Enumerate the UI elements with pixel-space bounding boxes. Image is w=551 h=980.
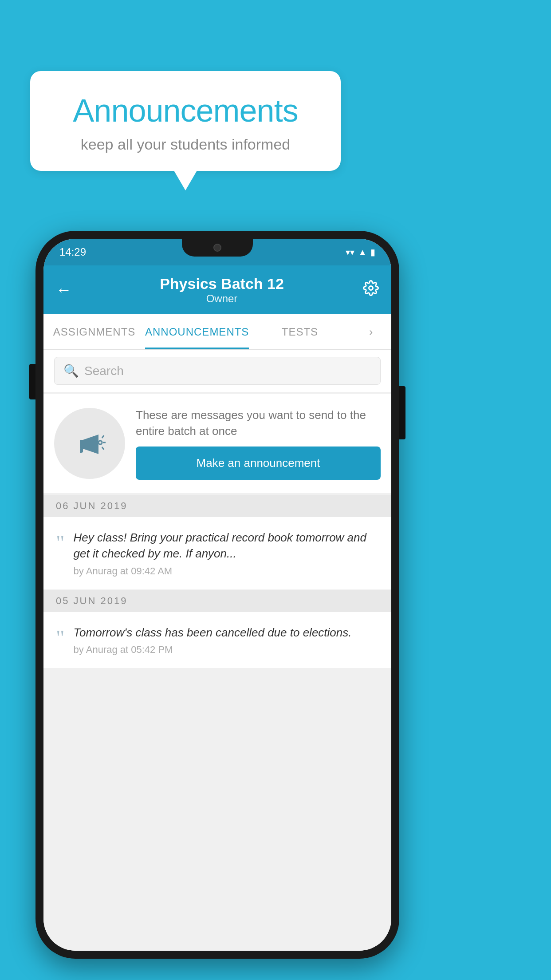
promo-right: These are messages you want to send to t… (136, 407, 381, 480)
signal-icon: ▲ (358, 247, 367, 257)
announcement-meta-2: by Anurag at 05:42 PM (74, 644, 379, 656)
search-container: 🔍 Search (43, 350, 391, 392)
app-bar-title: Physics Batch 12 (81, 275, 363, 292)
announcement-text-2: Tomorrow's class has been cancelled due … (74, 624, 379, 640)
date-separator-1: 06 JUN 2019 (43, 495, 391, 517)
scrollable-content: 🔍 Search (43, 350, 391, 951)
svg-line-5 (102, 447, 104, 450)
svg-point-2 (98, 441, 102, 444)
battery-icon: ▮ (370, 247, 375, 257)
megaphone-icon (72, 426, 107, 461)
promo-icon-circle (54, 408, 125, 479)
phone-screen: 14:29 ▾▾ ▲ ▮ ← Physics Batch 12 Owner (43, 239, 391, 951)
back-button[interactable]: ← (56, 281, 72, 299)
announcement-item-1[interactable]: " Hey class! Bring your practical record… (43, 517, 391, 590)
status-bar: 14:29 ▾▾ ▲ ▮ (43, 239, 391, 265)
phone-outer: 14:29 ▾▾ ▲ ▮ ← Physics Batch 12 Owner (35, 231, 399, 959)
announcement-text-container-2: Tomorrow's class has been cancelled due … (74, 624, 379, 656)
announcement-meta-1: by Anurag at 09:42 AM (74, 565, 379, 577)
settings-icon[interactable] (363, 280, 379, 300)
notch (182, 239, 253, 257)
bubble-subtitle: keep all your students informed (48, 136, 323, 153)
app-bar-subtitle: Owner (81, 292, 363, 305)
quote-icon-1: " (56, 530, 65, 553)
promo-description: These are messages you want to send to t… (136, 407, 381, 439)
search-icon: 🔍 (63, 364, 79, 378)
camera-notch (213, 244, 221, 252)
svg-line-3 (102, 435, 104, 438)
app-bar: ← Physics Batch 12 Owner (43, 265, 391, 314)
make-announcement-button[interactable]: Make an announcement (136, 447, 381, 480)
search-bar[interactable]: 🔍 Search (54, 357, 381, 385)
search-placeholder: Search (84, 364, 124, 378)
announcement-promo: These are messages you want to send to t… (43, 394, 391, 493)
app-bar-title-container: Physics Batch 12 Owner (81, 275, 363, 305)
speech-bubble: Announcements keep all your students inf… (30, 71, 341, 171)
quote-icon-2: " (56, 624, 65, 648)
announcement-item-2[interactable]: " Tomorrow's class has been cancelled du… (43, 612, 391, 668)
wifi-icon: ▾▾ (346, 247, 354, 257)
status-icons: ▾▾ ▲ ▮ (346, 247, 375, 257)
phone-mockup: 14:29 ▾▾ ▲ ▮ ← Physics Batch 12 Owner (35, 231, 399, 959)
tab-more[interactable]: › (350, 314, 391, 349)
svg-point-0 (369, 286, 373, 290)
tab-announcements[interactable]: ANNOUNCEMENTS (145, 314, 249, 349)
svg-rect-1 (80, 440, 84, 449)
bubble-title: Announcements (48, 92, 323, 129)
phone-content: ← Physics Batch 12 Owner (43, 265, 391, 951)
status-time: 14:29 (59, 246, 86, 258)
announcement-text-container-1: Hey class! Bring your practical record b… (74, 530, 379, 577)
tab-assignments[interactable]: ASSIGNMENTS (43, 314, 145, 349)
tab-tests[interactable]: TESTS (249, 314, 350, 349)
date-separator-2: 05 JUN 2019 (43, 590, 391, 612)
announcement-text-1: Hey class! Bring your practical record b… (74, 530, 379, 562)
tabs: ASSIGNMENTS ANNOUNCEMENTS TESTS › (43, 314, 391, 350)
